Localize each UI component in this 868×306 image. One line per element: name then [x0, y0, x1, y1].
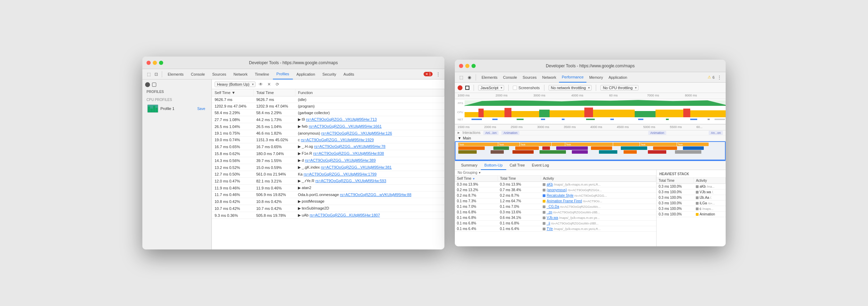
table-row[interactable]: 27.7 ms 1.08%44.2 ms 1.73%▶ t9 rs=ACT9Oo… — [212, 116, 444, 123]
tab-elements[interactable]: Elements — [164, 69, 187, 79]
tab-application[interactable]: Application — [293, 69, 319, 79]
right-tab-performance[interactable]: Performance — [559, 72, 586, 83]
url-link[interactable]: rs=ACT9OoGqRZGG...VKUlqM95Hw:389 — [305, 158, 376, 162]
profiler-view-dropdown[interactable]: Heavy (Bottom Up) — [215, 82, 256, 87]
table-row[interactable]: 10.7 ms 0.42%10.7 ms 0.42%▶ texSubImage2… — [212, 205, 444, 212]
url-link[interactable]: rs=ACT9OoGqRZGG...KUlqM95Hw:1807 — [310, 213, 380, 217]
heaviest-row[interactable]: 0.3 ms 100.0%Animation — [657, 212, 726, 217]
heaviest-row[interactable]: 0.3 ms 100.0%iLGa rs=... — [657, 201, 726, 206]
save-button[interactable]: Save — [196, 106, 207, 111]
url-link[interactable]: rs=ACT9OoGqRZGG...VKUlqM95Hw:838 — [313, 151, 384, 155]
activity-link[interactable]: (anonymous) — [546, 188, 567, 192]
table-row[interactable]: 19.0 ms 0.74%1151.3 ms 45.02%c rs=ACT9Oo… — [212, 137, 444, 143]
url-link[interactable]: rs=ACT9OoGqRZGG...VKUlqM95Hw:1661 — [309, 124, 382, 128]
col-header-self-time[interactable]: Self Time ▼ — [212, 89, 253, 96]
heaviest-row[interactable]: 0.3 ms 100.0%VJb.wa /. — [657, 189, 726, 195]
url-link[interactable]: rs=ACT9OoGqRZGG...VKUlqM95Hw:593 — [315, 179, 386, 183]
tab-timeline[interactable]: Timeline — [251, 69, 273, 79]
bottom-col-self[interactable]: Self Time ▼ — [455, 176, 498, 182]
right-tab-elements[interactable]: Elements — [479, 72, 500, 83]
tab-sources[interactable]: Sources — [209, 69, 230, 79]
table-row[interactable]: 16.7 ms 0.65%16.7 ms 0.65%▶ _.H.og rs=AC… — [212, 143, 444, 150]
activity-link[interactable]: _CG.Da — [546, 205, 559, 209]
tab-profiles[interactable]: Profiles — [273, 69, 293, 79]
stop-record[interactable] — [152, 83, 156, 87]
col-header-function[interactable]: Function — [295, 89, 444, 96]
stop-button[interactable] — [465, 86, 469, 90]
table-row[interactable]: 12.7 ms 0.50%561.0 ms 21.94%Ka rs=ACT9Oo… — [212, 171, 444, 178]
activity-link[interactable]: _ji — [546, 221, 550, 225]
minimize-button[interactable] — [153, 61, 157, 65]
table-row[interactable]: 0.3 ms 13.9%0.3 ms 13.9%aKb /maps/_/js/k… — [455, 182, 656, 187]
right-minimize-button[interactable] — [465, 64, 469, 68]
right-more-icon[interactable]: ⋮ — [716, 74, 723, 81]
heaviest-row[interactable]: 0.3 ms 100.0%c /maps... — [657, 206, 726, 212]
table-row[interactable]: 0.1 ms 7.3%1.2 ms 64.7%Animation Frame F… — [455, 198, 656, 204]
url-link[interactable]: rs=ACT9OoGqRZGG...wVKUlqM95Hw:78 — [314, 144, 386, 148]
table-row[interactable]: 26.5 ms 1.04%26.5 ms 1.04%▶ fwb rs=ACT9O… — [212, 123, 444, 130]
screenshots-checkbox[interactable] — [513, 86, 517, 90]
col-header-total-time[interactable]: Total Time — [253, 89, 295, 96]
cpu-dropdown[interactable]: No CPU throttling — [600, 85, 639, 91]
table-row[interactable]: 9.3 ms 0.36%505.8 ms 19.78%▶ uAb rs=ACT9… — [212, 212, 444, 219]
profile-list-item[interactable]: Profile 1 Save — [145, 103, 209, 114]
right-close-button[interactable] — [459, 64, 463, 68]
table-row[interactable]: 58.4 ms 2.29%58.4 ms 2.29%(garbage colle… — [212, 110, 444, 116]
activity-link[interactable]: Animation Frame Fired — [546, 199, 582, 203]
tab-audits[interactable]: Audits — [340, 69, 358, 79]
heaviest-row[interactable]: 0.3 ms 100.0%lJb.Aa /. — [657, 195, 726, 201]
table-row[interactable]: 0.1 ms 6.4%0.1 ms 6.4%TVe /maps/_/js/k=m… — [455, 226, 656, 232]
right-tab-application[interactable]: Application — [606, 72, 630, 83]
table-row[interactable]: 15.8 ms 0.62%180.0 ms 7.04%▶ F1e.R rs=AC… — [212, 150, 444, 157]
tab-network[interactable]: Network — [230, 69, 251, 79]
tab-security[interactable]: Security — [319, 69, 340, 79]
right-tab-memory[interactable]: Memory — [586, 72, 606, 83]
url-link[interactable]: rs=ACT9OoGqRZGG...VKUlqM95Hw:126 — [321, 131, 392, 135]
mobile-icon[interactable]: ⊡ — [153, 71, 160, 78]
table-row[interactable]: 0.1 ms 6.8%0.1 ms 6.8%_ji rs=ACT9OoGqRZG… — [455, 221, 656, 226]
record-button[interactable] — [458, 85, 462, 90]
heaviest-row[interactable]: 0.3 ms 100.0%aKb /ma... — [657, 184, 726, 189]
url-link[interactable]: rs=ACT9OoGqRZGG...VKUlqM95Hw:1799 — [304, 172, 377, 176]
right-maximize-button[interactable] — [471, 64, 476, 68]
url-link[interactable]: rs=ACT9OoGqRZGG...VKUlqM95Hw:713 — [306, 117, 377, 121]
table-row[interactable]: 0.1 ms 6.8%0.6 ms 34.1%VJb.wa /maps/_/js… — [455, 215, 656, 221]
flame-chart[interactable]: Task Task Task Task Task Task — [455, 141, 726, 160]
maximize-button[interactable] — [159, 61, 163, 65]
tab-summary[interactable]: Summary — [458, 161, 481, 170]
network-dropdown[interactable]: No network throttling — [549, 85, 592, 91]
tab-console[interactable]: Console — [187, 69, 209, 79]
table-row[interactable]: 1202.9 ms 47.04%1202.9 ms 47.04%(program… — [212, 103, 444, 110]
activity-link[interactable]: TVe — [546, 227, 553, 231]
table-row[interactable]: 12.0 ms 0.47%82.1 ms 3.21%▶ _.rYe.R rs=A… — [212, 178, 444, 185]
more-menu-icon[interactable]: ⋮ — [435, 71, 442, 78]
right-mobile-icon[interactable]: ◉ — [466, 74, 473, 81]
table-row[interactable]: 13.2 ms 0.52%15.0 ms 0.59%▶ _.gK.index r… — [212, 164, 444, 171]
right-tab-network[interactable]: Network — [540, 72, 559, 83]
record-dot[interactable] — [145, 82, 150, 87]
activity-link[interactable]: Recalculate Style — [546, 194, 573, 197]
cursor-icon[interactable]: ⬚ — [145, 71, 152, 78]
url-link[interactable]: rs=ACT9OoGqRZGG...wVKUlqM95Hw:88 — [340, 193, 411, 197]
table-row[interactable]: 14.3 ms 0.56%39.7 ms 1.55%▶ d rs=ACT9OoG… — [212, 157, 444, 164]
close-button[interactable] — [147, 61, 151, 65]
table-row[interactable]: 0.2 ms 13.2%0.7 ms 38.4%(anonymous) rs=A… — [455, 187, 656, 193]
tab-event-log[interactable]: Event Log — [528, 161, 553, 170]
table-row[interactable]: 11.7 ms 0.46%506.9 ms 19.82%Oda.b.port1.… — [212, 192, 444, 198]
activity-link[interactable]: VJb.wa — [546, 216, 558, 220]
tab-bottom-up[interactable]: Bottom-Up — [481, 161, 506, 170]
table-row[interactable]: 11.9 ms 0.46%11.9 ms 0.46%▶ atan2 — [212, 185, 444, 192]
table-row[interactable]: 0.1 ms 6.8%0.3 ms 13.6%_zp rs=ACT9OoGqRZ… — [455, 210, 656, 215]
eye-icon[interactable]: 👁 — [258, 81, 264, 87]
table-row[interactable]: 0.1 ms 7.0%0.1 ms 7.0%_CG.Da rs=ACT9OoGq… — [455, 204, 656, 210]
table-row[interactable]: 0.2 ms 8.7%0.2 ms 8.7%Recalculate Style … — [455, 193, 656, 198]
table-row[interactable]: 10.8 ms 0.42%10.8 ms 0.42%▶ postMessage — [212, 198, 444, 205]
right-tab-sources[interactable]: Sources — [520, 72, 539, 83]
bottom-col-activity[interactable]: Activity — [541, 176, 656, 182]
right-tab-console[interactable]: Console — [500, 72, 520, 83]
url-link[interactable]: rs=ACT9OoGqRZGG...VKUlqM95Hw:381 — [321, 165, 392, 169]
bottom-col-total[interactable]: Total Time — [498, 176, 541, 182]
refresh-icon[interactable]: ⟳ — [274, 81, 281, 87]
activity-link[interactable]: aKb — [546, 182, 553, 186]
url-link[interactable]: rs=ACT9OoGqRZGG...VKUlqM95Hw:1929 — [301, 138, 374, 142]
